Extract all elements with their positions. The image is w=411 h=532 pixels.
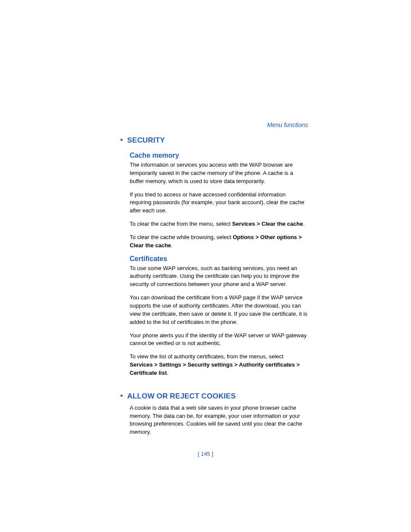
text-run: A cookie is data that a web site saves i… [130, 404, 302, 436]
text-run: You can download the certificate from a … [130, 294, 308, 325]
text-run: The information or services you access w… [130, 162, 293, 184]
text-run: To clear the cache while browsing, selec… [130, 234, 233, 240]
bullet-icon: • [120, 136, 123, 144]
text-run: To use some WAP services, such as bankin… [130, 265, 299, 288]
bullet-icon: • [120, 392, 123, 400]
section-heading: SECURITY [127, 136, 165, 145]
paragraph: To clear the cache while browsing, selec… [130, 233, 308, 250]
text-run: To clear the cache from the menu, select [130, 221, 232, 227]
bold-run: Services > Settings > Security settings … [130, 361, 300, 376]
text-run: . [303, 221, 305, 227]
paragraph: To clear the cache from the menu, select… [130, 220, 308, 228]
section-heading-row: •ALLOW OR REJECT COOKIES [120, 392, 308, 404]
section-content: Cache memoryThe information or services … [130, 152, 308, 377]
bold-run: Services > Clear the cache [232, 221, 303, 227]
paragraph: You can download the certificate from a … [130, 294, 308, 326]
section-content: A cookie is data that a web site saves i… [130, 404, 308, 436]
page-content: Menu functions •SECURITYCache memoryThe … [118, 121, 308, 442]
paragraph: To use some WAP services, such as bankin… [130, 264, 308, 289]
paragraph: The information or services you access w… [130, 161, 308, 186]
text-run: . [171, 242, 173, 249]
breadcrumb: Menu functions [118, 121, 308, 128]
sub-heading: Cache memory [130, 152, 308, 159]
paragraph: Your phone alerts you if the identity of… [130, 332, 308, 348]
paragraph: A cookie is data that a web site saves i… [130, 404, 308, 436]
section-heading-row: •SECURITY [120, 136, 308, 148]
sub-heading: Certificates [130, 255, 308, 263]
text-run: . [167, 370, 168, 376]
text-run: To view the list of authority certificat… [130, 353, 283, 360]
section-heading: ALLOW OR REJECT COOKIES [127, 392, 236, 401]
text-run: Your phone alerts you if the identity of… [130, 332, 307, 347]
sections-host: •SECURITYCache memoryThe information or … [118, 136, 308, 436]
paragraph: If you tried to access or have accessed … [130, 191, 308, 215]
page-number: [ 145 ] [0, 451, 411, 457]
paragraph: To view the list of authority certificat… [130, 353, 308, 377]
text-run: If you tried to access or have accessed … [130, 191, 304, 214]
